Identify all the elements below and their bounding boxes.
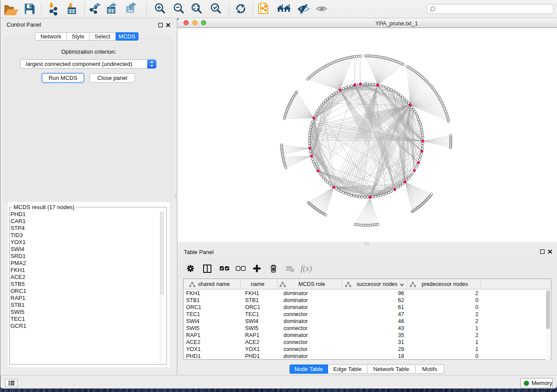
svg-text:f(x): f(x) <box>301 264 312 273</box>
